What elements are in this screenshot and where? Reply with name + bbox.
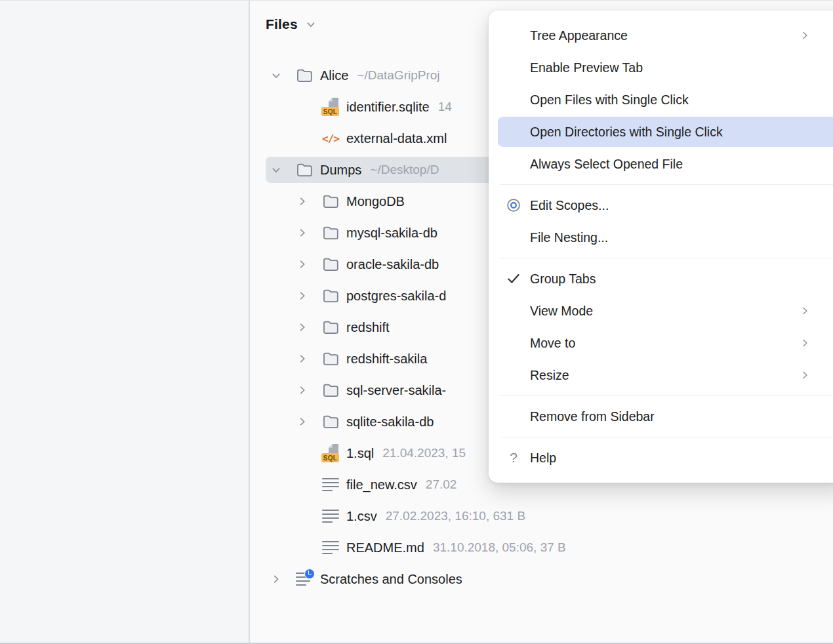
chevron-spacer	[295, 99, 310, 115]
folder-icon	[321, 380, 340, 400]
menu-item-label: Enable Preview Tab	[530, 60, 643, 75]
folder-icon	[321, 223, 340, 243]
menu-item-label: Resize	[530, 368, 569, 383]
tree-item-meta: 27.02.2023, 16:10, 631 B	[386, 509, 525, 523]
tree-item-path: ~/Desktop/D	[370, 163, 439, 177]
folder-icon	[321, 286, 340, 306]
folder-icon	[321, 254, 340, 274]
tree-item-label: redshift-sakila	[346, 352, 427, 367]
chevron-spacer	[295, 131, 310, 146]
menu-item-help[interactable]: ? Help	[498, 443, 833, 473]
menu-item-label: Open Directories with Single Click	[530, 125, 723, 140]
question-mark-icon: ?	[502, 443, 525, 473]
menu-item-always-select-opened-file[interactable]: Always Select Opened File	[498, 149, 833, 179]
folder-icon	[321, 412, 340, 432]
sql-file-icon: SQL	[321, 97, 340, 117]
tree-item-label: 1.sql	[346, 446, 374, 461]
menu-item-tree-appearance[interactable]: Tree Appearance	[498, 20, 833, 50]
xml-file-icon: </>	[321, 129, 340, 148]
chevron-down-icon[interactable]	[268, 68, 284, 83]
tool-window-title: Files	[266, 16, 298, 32]
tree-item-label: 1.csv	[346, 509, 377, 524]
menu-item-view-mode[interactable]: View Mode	[498, 296, 833, 326]
menu-item-label: Always Select Opened File	[530, 157, 683, 172]
menu-item-open-directories-with-single-click[interactable]: Open Directories with Single Click	[498, 117, 833, 147]
chevron-right-icon[interactable]	[295, 414, 310, 430]
tree-item-meta: 31.10.2018, 05:06, 37 B	[433, 540, 566, 555]
chevron-down-icon[interactable]	[304, 17, 318, 31]
chevron-spacer	[295, 508, 310, 524]
menu-item-move-to[interactable]: Move to	[498, 328, 833, 358]
scratches-icon	[295, 569, 314, 589]
tree-item-path: ~/DataGripProj	[357, 68, 439, 83]
menu-item-label: Help	[530, 451, 556, 466]
sql-file-icon: SQL	[321, 443, 340, 463]
folder-icon	[295, 66, 314, 85]
chevron-right-icon[interactable]	[295, 256, 310, 272]
menu-item-label: Open Files with Single Click	[530, 92, 689, 108]
chevron-right-icon[interactable]	[295, 319, 310, 335]
chevron-spacer	[295, 445, 310, 461]
text-file-icon	[321, 475, 340, 494]
menu-item-label: File Nesting...	[530, 230, 608, 245]
submenu-arrow-icon	[798, 20, 811, 50]
tree-item-label: sqlite-sakila-db	[346, 414, 434, 430]
tree-item-meta: 21.04.2023, 15	[382, 446, 466, 460]
menu-item-enable-preview-tab[interactable]: Enable Preview Tab	[498, 52, 833, 83]
tree-row-readme-md[interactable]: README.md 31.10.2018, 05:06, 37 B	[250, 532, 833, 563]
top-border	[0, 0, 833, 1]
folder-icon	[321, 191, 340, 211]
chevron-right-icon[interactable]	[295, 225, 310, 241]
menu-item-label: Remove from Sidebar	[530, 409, 655, 424]
menu-item-label: Edit Scopes...	[530, 198, 609, 213]
chevron-right-icon[interactable]	[295, 288, 310, 304]
chevron-right-icon[interactable]	[268, 571, 284, 587]
tool-window-header[interactable]: Files	[266, 16, 318, 32]
menu-item-resize[interactable]: Resize	[498, 360, 833, 390]
menu-item-group-tabs[interactable]: Group Tabs	[498, 264, 833, 294]
left-panel	[0, 1, 250, 643]
chevron-right-icon[interactable]	[295, 351, 310, 367]
clock-badge-icon	[304, 569, 315, 579]
text-file-icon	[321, 538, 340, 557]
menu-item-open-files-with-single-click[interactable]: Open Files with Single Click	[498, 85, 833, 115]
tree-item-label: MongoDB	[346, 194, 405, 209]
chevron-spacer	[295, 477, 310, 493]
menu-item-remove-from-sidebar[interactable]: Remove from Sidebar	[498, 401, 833, 432]
menu-item-label: View Mode	[530, 304, 593, 319]
tree-item-label: README.md	[346, 540, 424, 555]
folder-icon	[321, 317, 340, 337]
tree-item-label: Scratches and Consoles	[320, 572, 462, 587]
submenu-arrow-icon	[798, 296, 811, 326]
tree-item-label: sql-server-sakila-	[346, 383, 446, 398]
tree-row-1-csv[interactable]: 1.csv 27.02.2023, 16:10, 631 B	[250, 500, 833, 532]
menu-item-label: Move to	[530, 336, 575, 351]
chevron-spacer	[295, 540, 310, 555]
tree-item-label: Alice	[320, 68, 348, 83]
chevron-down-icon[interactable]	[268, 162, 284, 178]
menu-item-label: Tree Appearance	[530, 28, 628, 43]
menu-item-edit-scopes[interactable]: Edit Scopes...	[498, 190, 833, 220]
context-menu: Tree Appearance Enable Preview Tab Open …	[489, 10, 833, 483]
tree-item-label: mysql-sakila-db	[346, 226, 437, 241]
menu-item-file-nesting[interactable]: File Nesting...	[498, 222, 833, 252]
tree-item-label: redshift	[346, 320, 390, 335]
menu-separator	[500, 184, 833, 185]
tree-item-label: postgres-sakila-d	[346, 289, 446, 304]
tree-item-meta: 14	[438, 100, 452, 114]
tree-item-label: identifier.sqlite	[346, 100, 430, 115]
chevron-right-icon[interactable]	[295, 193, 310, 209]
submenu-arrow-icon	[798, 328, 811, 358]
menu-separator	[500, 395, 833, 396]
tree-item-label: oracle-sakila-db	[346, 257, 439, 272]
tree-row-scratches-and-consoles[interactable]: Scratches and Consoles	[250, 563, 833, 595]
scope-icon	[502, 190, 525, 220]
chevron-right-icon[interactable]	[295, 382, 310, 398]
checkmark-icon	[502, 264, 525, 294]
menu-separator	[500, 437, 833, 437]
tree-item-label: file_new.csv	[346, 477, 417, 493]
tree-item-label: Dumps	[320, 163, 361, 178]
folder-icon	[321, 349, 340, 369]
menu-separator	[500, 258, 833, 258]
text-file-icon	[321, 506, 340, 526]
